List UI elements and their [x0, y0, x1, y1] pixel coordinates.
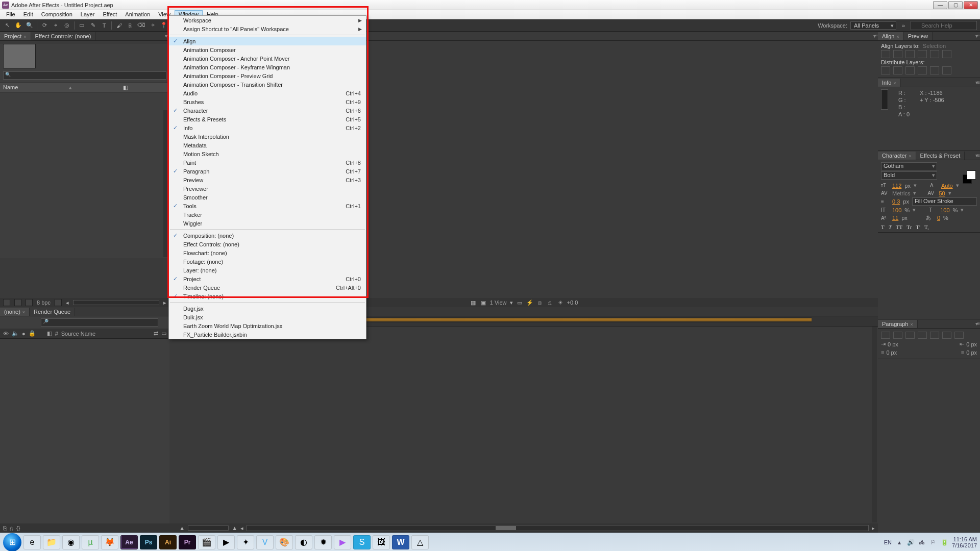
taskbar-utorrent-icon[interactable]: µ	[82, 535, 99, 549]
taskbar-media-player-icon[interactable]: ▶	[217, 535, 235, 549]
network-icon[interactable]: 🖧	[918, 539, 925, 546]
tracking-input[interactable]: 50	[939, 190, 945, 196]
taskbar-after-effects-icon[interactable]: Ae	[120, 535, 138, 549]
taskbar-word-icon[interactable]: W	[392, 535, 409, 549]
new-comp-icon[interactable]	[26, 299, 33, 306]
menu-item[interactable]: Animation Composer	[169, 45, 366, 54]
taskbar-app-icon[interactable]: ✹	[314, 535, 332, 549]
scrollbar[interactable]	[163, 110, 168, 257]
font-family-dropdown[interactable]: Gotham	[881, 162, 937, 170]
fill-stroke-order-dropdown[interactable]: Fill Over Stroke	[912, 197, 977, 206]
menu-item[interactable]: Mask Interpolation	[169, 132, 366, 141]
menu-item[interactable]: Duik.jsx	[169, 313, 366, 321]
menu-item[interactable]: BrushesCtrl+9	[169, 97, 366, 106]
justify-last-right-icon[interactable]	[942, 332, 951, 339]
menu-item[interactable]: Previewer	[169, 184, 366, 193]
shape-tool-icon[interactable]: ▭	[78, 21, 86, 30]
delete-icon[interactable]	[55, 299, 62, 306]
taskbar-explorer-icon[interactable]: 📁	[43, 535, 60, 549]
indent-right-input[interactable]: 0 px	[966, 341, 977, 347]
distribute-left-icon[interactable]	[918, 66, 927, 74]
distribute-right-icon[interactable]	[942, 66, 951, 74]
leading-input[interactable]: Auto	[941, 183, 953, 189]
av-toggle-icon[interactable]: 👁	[3, 331, 9, 337]
index-column[interactable]: #	[55, 331, 58, 337]
taskbar-paint-icon[interactable]: 🎨	[276, 535, 293, 549]
faux-bold-button[interactable]: T	[881, 224, 885, 230]
tab-preview[interactable]: Preview	[904, 32, 933, 40]
source-name-column[interactable]: Source Name	[61, 331, 95, 337]
comp-flowchart-icon[interactable]: ⎌	[547, 299, 554, 306]
menu-item[interactable]: Motion Sketch	[169, 149, 366, 158]
clock[interactable]: 11:16 AM 7/16/2017	[952, 536, 977, 548]
scrollbar[interactable]	[73, 300, 159, 305]
timeline-search-input[interactable]	[41, 318, 158, 327]
tab-paragraph[interactable]: Paragraph×	[878, 320, 918, 328]
menu-item[interactable]: Metadata	[169, 141, 366, 149]
color-swatches[interactable]	[963, 170, 976, 184]
hscale-input[interactable]: 100	[940, 207, 949, 213]
tab-effect-controls[interactable]: Effect Controls: (none)	[31, 32, 96, 40]
camera-tool-icon[interactable]: ⌖	[52, 21, 60, 30]
taskbar-firefox-icon[interactable]: 🦊	[101, 535, 118, 549]
panel-menu-icon[interactable]: ▾≡	[975, 80, 979, 85]
menu-item[interactable]: Render QueueCtrl+Alt+0	[169, 283, 366, 292]
taskbar-app-icon[interactable]: ▶	[334, 535, 351, 549]
align-hcenter-icon[interactable]	[893, 50, 902, 58]
pen-tool-icon[interactable]: ✎	[89, 21, 97, 30]
panel-menu-icon[interactable]: ▾≡	[975, 33, 979, 39]
panel-menu-icon[interactable]: ▾≡	[975, 153, 979, 158]
align-to-dropdown[interactable]: Selection	[923, 43, 946, 49]
audio-toggle-icon[interactable]: 🔈	[12, 330, 19, 337]
subscript-button[interactable]: T,	[924, 224, 929, 230]
vscale-input[interactable]: 100	[892, 207, 901, 213]
clone-tool-icon[interactable]: ⎘	[126, 21, 134, 30]
brace-icon[interactable]: {}	[16, 525, 20, 531]
menu-item[interactable]: Assign Shortcut to "All Panels" Workspac…	[169, 24, 366, 33]
menu-item[interactable]: Wiggler	[169, 219, 366, 228]
menu-file[interactable]: File	[2, 10, 19, 19]
language-indicator[interactable]: EN	[884, 539, 892, 545]
taskbar-app-icon[interactable]: ◐	[295, 535, 312, 549]
menu-item[interactable]: Layer: (none)	[169, 266, 366, 274]
taskbar-illustrator-icon[interactable]: Ai	[159, 535, 177, 549]
tab-character[interactable]: Character×	[878, 152, 916, 160]
column-name[interactable]: Name	[3, 84, 18, 91]
tab-timeline[interactable]: (none)×	[0, 308, 30, 316]
menu-item[interactable]: ✓ProjectCtrl+0	[169, 274, 366, 283]
menu-item[interactable]: Animation Composer - Transition Shifter	[169, 80, 366, 89]
menu-animation[interactable]: Animation	[121, 10, 154, 19]
menu-item[interactable]: Animation Composer - Anchor Point Mover	[169, 54, 366, 63]
align-right-text-icon[interactable]	[905, 332, 915, 339]
volume-icon[interactable]: 🔊	[907, 539, 914, 546]
taskbar-skype-icon[interactable]: S	[353, 535, 371, 549]
grid-icon[interactable]: ▦	[470, 299, 477, 306]
lock-toggle-icon[interactable]: 🔒	[29, 330, 36, 337]
pan-behind-tool-icon[interactable]: ◎	[63, 21, 71, 30]
font-size-input[interactable]: 112	[892, 183, 901, 189]
align-vcenter-icon[interactable]	[930, 50, 939, 58]
tab-info[interactable]: Info×	[878, 79, 901, 87]
toggle-switches-icon[interactable]: ⎘	[3, 525, 7, 531]
menu-item[interactable]: Animation Composer - Keyframe Wingman	[169, 63, 366, 71]
align-right-icon[interactable]	[905, 50, 915, 58]
interpret-footage-icon[interactable]	[3, 299, 10, 306]
close-button[interactable]: ✕	[964, 1, 978, 9]
menu-item[interactable]: Workspace▶	[169, 16, 366, 24]
minimize-button[interactable]: —	[933, 1, 947, 9]
font-style-dropdown[interactable]: Bold	[881, 171, 937, 180]
taskbar-vlc-icon[interactable]: △	[411, 535, 429, 549]
scrollbar[interactable]	[872, 327, 877, 522]
search-icon[interactable]: »	[899, 21, 908, 30]
zoom-slider[interactable]	[188, 525, 229, 531]
kerning-dropdown[interactable]: Metrics	[892, 190, 910, 196]
menu-item[interactable]: Animation Composer - Preview Grid	[169, 71, 366, 80]
menu-item[interactable]: ✓InfoCtrl+2	[169, 123, 366, 132]
menu-item[interactable]: ✓Composition: (none)	[169, 231, 366, 240]
solo-toggle-icon[interactable]: ●	[22, 331, 26, 337]
zoom-in-icon[interactable]: ▲	[232, 525, 237, 531]
menu-item[interactable]: Earth Zoom World Map Optimization.jsx	[169, 321, 366, 330]
menu-item[interactable]: Footage: (none)	[169, 257, 366, 266]
menu-item[interactable]: Dugr.jsx	[169, 304, 366, 313]
show-hidden-icons-icon[interactable]: ▴	[896, 539, 903, 546]
